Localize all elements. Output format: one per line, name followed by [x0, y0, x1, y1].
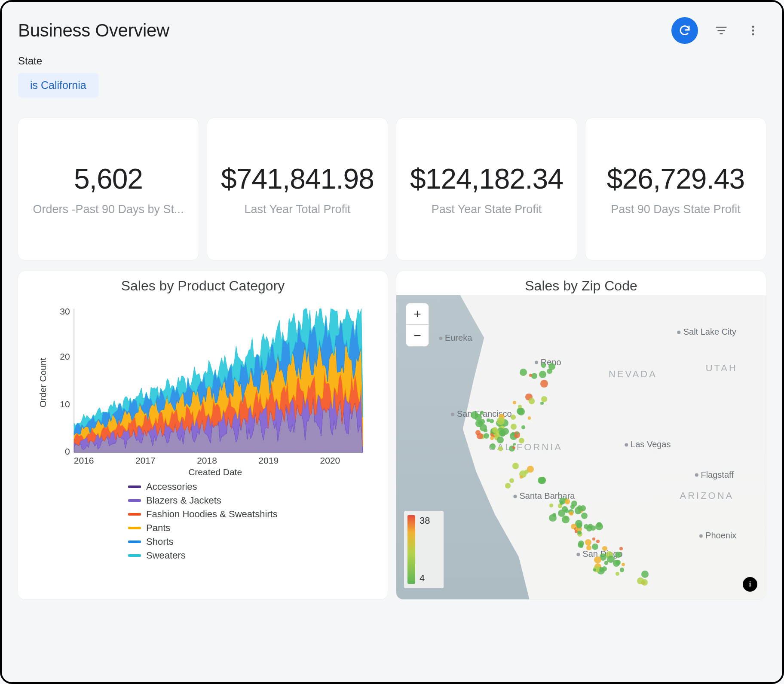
- map-data-point: [562, 516, 570, 523]
- panels-row: Sales by Product Category 0 10 20 30 Ord…: [18, 271, 766, 599]
- panel-sales-by-zip[interactable]: Sales by Zip Code NEVADACALIFORNIAUTAHAR…: [396, 271, 766, 599]
- map-data-point: [512, 446, 515, 449]
- map-data-point: [596, 540, 600, 543]
- map-data-point: [492, 427, 498, 433]
- map-zoom-in-button[interactable]: +: [406, 303, 429, 325]
- svg-text:10: 10: [60, 399, 70, 409]
- legend-item[interactable]: Pants: [128, 522, 381, 534]
- legend-item[interactable]: Shorts: [128, 536, 381, 547]
- legend-label: Fashion Hoodies & Sweatshirts: [146, 509, 278, 520]
- refresh-button[interactable]: [671, 17, 698, 44]
- map-data-point: [497, 437, 504, 443]
- map-data-point: [622, 563, 625, 566]
- kpi-value: $124,182.34: [410, 162, 563, 195]
- svg-text:2016: 2016: [74, 455, 94, 465]
- map-data-point: [513, 401, 517, 405]
- map-data-point: [541, 396, 547, 402]
- map-data-point: [637, 577, 644, 585]
- map-data-point: [529, 374, 532, 377]
- x-axis-ticks: 2016 2017 2018 2019 2020: [74, 455, 340, 465]
- map-data-point: [511, 424, 517, 430]
- map-data-point: [524, 470, 529, 474]
- x-axis-label: Created Date: [188, 467, 242, 477]
- chart-legend: Accessories Blazers & Jackets Fashion Ho…: [128, 481, 381, 561]
- legend-label: Sweaters: [146, 550, 186, 561]
- map-state-label: NEVADA: [609, 369, 657, 380]
- map-data-point: [586, 545, 591, 550]
- svg-point-3: [752, 26, 754, 28]
- map-data-point: [569, 511, 573, 516]
- map-data-point: [584, 524, 588, 529]
- map-data-point: [578, 542, 583, 548]
- refresh-icon: [678, 24, 691, 37]
- map-zoom-control: + −: [406, 303, 429, 347]
- map-data-point: [498, 446, 503, 451]
- map-data-point: [602, 546, 607, 551]
- kpi-label: Orders -Past 90 Days by St...: [33, 203, 184, 216]
- legend-label: Accessories: [146, 481, 197, 492]
- svg-point-4: [752, 30, 754, 32]
- kpi-card-90day-state-profit[interactable]: $26,729.43 Past 90 Days State Profit: [585, 118, 766, 260]
- filter-chip-state[interactable]: is California: [18, 73, 98, 98]
- legend-label: Shorts: [146, 536, 174, 547]
- svg-point-5: [752, 33, 754, 35]
- map-data-point: [547, 369, 552, 374]
- map-city-label: Eureka: [439, 333, 472, 343]
- map-data-point: [595, 523, 603, 530]
- map-data-point: [521, 425, 525, 429]
- minus-icon: −: [413, 328, 421, 342]
- filter-button[interactable]: [713, 22, 730, 39]
- map-info-button[interactable]: i: [743, 577, 757, 592]
- filter-block: State is California: [18, 55, 766, 98]
- map-zoom-out-button[interactable]: −: [406, 325, 429, 346]
- kpi-card-past-year-state-profit[interactable]: $124,182.34 Past Year State Profit: [396, 118, 577, 260]
- more-vertical-icon: [747, 24, 760, 37]
- header-actions: [671, 17, 766, 44]
- legend-item[interactable]: Fashion Hoodies & Sweatshirts: [128, 509, 381, 520]
- svg-text:2019: 2019: [258, 455, 279, 465]
- svg-text:20: 20: [60, 351, 70, 361]
- kpi-card-orders[interactable]: 5,602 Orders -Past 90 Days by St...: [18, 118, 199, 260]
- y-axis-ticks: 0 10 20 30: [60, 306, 70, 456]
- legend-item[interactable]: Sweaters: [128, 550, 381, 561]
- kpi-label: Past 90 Days State Profit: [611, 203, 741, 216]
- map-data-point: [540, 402, 543, 405]
- map-data-point: [512, 463, 518, 469]
- map-data-point: [549, 514, 556, 522]
- legend-label: Pants: [146, 522, 170, 534]
- map-data-point: [511, 432, 514, 435]
- map-data-point: [529, 398, 535, 404]
- panel-sales-by-category[interactable]: Sales by Product Category 0 10 20 30 Ord…: [18, 271, 388, 599]
- map-data-point: [539, 371, 546, 378]
- map-data-point: [490, 443, 496, 449]
- kpi-label: Last Year Total Profit: [244, 203, 350, 216]
- map-state-label: UTAH: [706, 363, 738, 374]
- kpi-card-last-year-profit[interactable]: $741,841.98 Last Year Total Profit: [207, 118, 388, 260]
- more-button[interactable]: [744, 22, 762, 39]
- map-data-point: [577, 531, 581, 534]
- scale-gradient: [407, 515, 415, 584]
- legend-item[interactable]: Blazers & Jackets: [128, 495, 381, 506]
- svg-text:2017: 2017: [135, 455, 156, 465]
- kpi-label: Past Year State Profit: [432, 203, 542, 216]
- map-data-point: [511, 415, 515, 419]
- map-data-point: [484, 429, 487, 432]
- map-data-point: [518, 408, 525, 415]
- kpi-value: $26,729.43: [607, 162, 744, 195]
- map-data-point: [594, 556, 601, 564]
- kpi-row: 5,602 Orders -Past 90 Days by St... $741…: [18, 118, 766, 260]
- map-data-point: [516, 432, 519, 434]
- map-body[interactable]: NEVADACALIFORNIAUTAHARIZONAEurekaRenoSan…: [396, 295, 766, 599]
- map-data-point: [592, 537, 595, 540]
- scale-min: 4: [420, 573, 430, 584]
- map-data-point: [490, 419, 494, 423]
- map-data-point: [565, 499, 570, 504]
- map-data-point: [499, 430, 506, 437]
- legend-item[interactable]: Accessories: [128, 481, 381, 492]
- map-data-point: [519, 438, 524, 443]
- svg-text:0: 0: [65, 446, 70, 456]
- map-data-point: [616, 572, 619, 576]
- legend-label: Blazers & Jackets: [146, 495, 221, 506]
- map-data-point: [549, 504, 553, 507]
- map-color-scale: 38 4: [404, 511, 444, 588]
